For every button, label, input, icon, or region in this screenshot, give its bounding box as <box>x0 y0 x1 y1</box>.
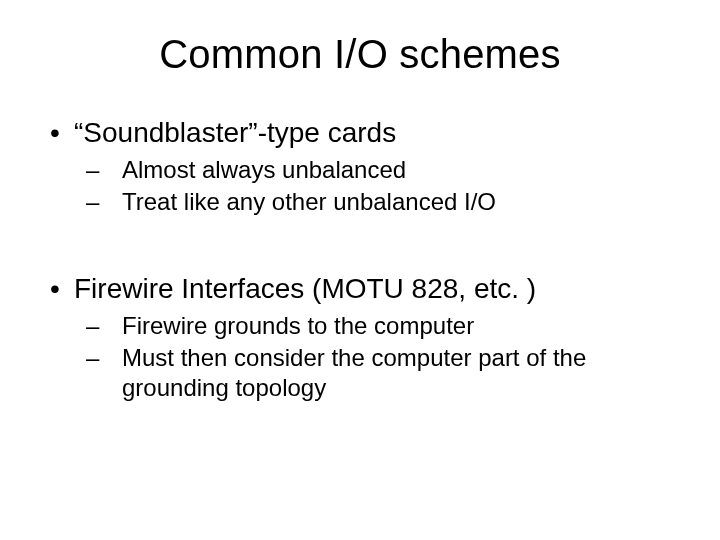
bullet-level1: Firewire Interfaces (MOTU 828, etc. ) <box>50 273 670 305</box>
bullet-text: “Soundblaster”-type cards <box>74 117 396 148</box>
dash-icon: – <box>104 187 122 217</box>
slide: Common I/O schemes “Soundblaster”-type c… <box>0 0 720 540</box>
sub-bullet-group: – Almost always unbalanced – Treat like … <box>50 155 670 217</box>
sub-bullet-group: – Firewire grounds to the computer – Mus… <box>50 311 670 403</box>
bullet-level2: – Firewire grounds to the computer <box>50 311 670 341</box>
bullet-level2: – Must then consider the computer part o… <box>50 343 670 403</box>
sub-bullet-text: Almost always unbalanced <box>122 156 406 183</box>
sub-bullet-text: Treat like any other unbalanced I/O <box>122 188 496 215</box>
dash-icon: – <box>104 343 122 373</box>
bullet-level2: – Almost always unbalanced <box>50 155 670 185</box>
dash-icon: – <box>104 155 122 185</box>
slide-title: Common I/O schemes <box>50 32 670 77</box>
sub-bullet-text: Firewire grounds to the computer <box>122 312 474 339</box>
bullet-level1: “Soundblaster”-type cards <box>50 117 670 149</box>
bullet-level2: – Treat like any other unbalanced I/O <box>50 187 670 217</box>
dash-icon: – <box>104 311 122 341</box>
sub-bullet-text: Must then consider the computer part of … <box>122 344 586 401</box>
bullet-text: Firewire Interfaces (MOTU 828, etc. ) <box>74 273 536 304</box>
